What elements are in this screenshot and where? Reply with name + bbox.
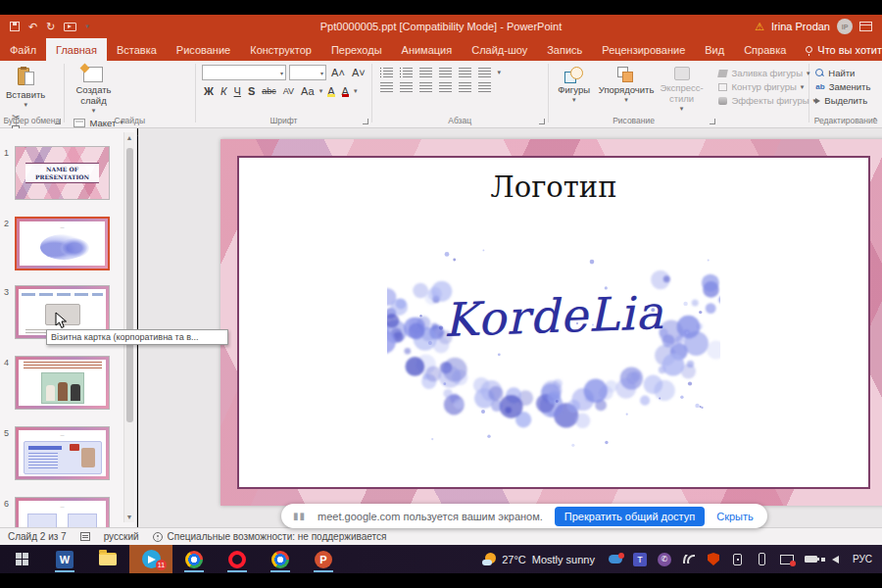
tab-design[interactable]: Конструктор — [240, 38, 321, 61]
stop-sharing-button[interactable]: Прекратить общий доступ — [555, 507, 705, 526]
replace-button[interactable]: abЗаменить — [815, 81, 870, 92]
new-slide-button[interactable]: Создать слайд▾ — [70, 65, 117, 115]
shape-fill-button[interactable]: Заливка фигуры▾ — [718, 68, 816, 78]
redo-icon[interactable]: ↻ — [46, 21, 55, 33]
grow-font-button[interactable]: А˄ — [329, 67, 347, 78]
thumbnail-slide-4[interactable] — [15, 356, 110, 410]
thumbnail-slide-5[interactable]: — — [15, 426, 110, 480]
character-spacing-button[interactable]: AV — [281, 86, 296, 96]
taskbar-explorer[interactable] — [86, 545, 129, 573]
input-language[interactable]: РУС — [853, 554, 872, 564]
underline-button[interactable]: Ч — [232, 85, 243, 97]
align-right-button[interactable] — [419, 82, 432, 92]
strikethrough-button[interactable]: abc — [260, 86, 278, 96]
thumbnail-slide-6[interactable]: — — [15, 497, 110, 527]
decrease-indent-button[interactable] — [419, 68, 432, 77]
font-size-combo[interactable]: ▾ — [289, 65, 326, 80]
start-button[interactable] — [0, 545, 43, 573]
panel-scrollbar[interactable]: ▲ ▼ — [123, 132, 134, 522]
tray-security[interactable] — [706, 552, 721, 567]
align-center-button[interactable] — [400, 82, 413, 92]
tray-watch[interactable] — [730, 552, 746, 567]
bold-button[interactable]: Ж — [202, 85, 216, 97]
notes-icon[interactable] — [80, 532, 90, 541]
tray-battery[interactable] — [804, 552, 819, 567]
taskbar-chrome-2[interactable] — [259, 545, 302, 573]
font-name-combo[interactable]: ▾ — [202, 65, 286, 80]
smartart-convert-button[interactable] — [478, 82, 491, 92]
taskbar-telegram[interactable]: 11 — [129, 545, 172, 573]
slide-title[interactable]: Логотип — [239, 171, 868, 204]
tray-cloud-app[interactable] — [608, 552, 623, 567]
drawing-dialog-launcher[interactable] — [710, 119, 715, 124]
collapse-ribbon-icon[interactable]: ⌃ — [871, 117, 878, 125]
hide-share-bar-link[interactable]: Скрыть — [716, 511, 754, 522]
panel-scrollbar-thumb[interactable] — [126, 148, 133, 422]
highlight-color-button[interactable]: А — [325, 85, 336, 97]
avatar[interactable]: IP — [837, 19, 853, 34]
font-dialog-launcher[interactable] — [363, 119, 368, 124]
tray-volume[interactable] — [828, 552, 844, 567]
slide-content-area[interactable]: Логотип KordeLia — [237, 156, 870, 489]
numbering-button[interactable] — [400, 68, 413, 77]
taskbar-opera[interactable] — [216, 545, 259, 573]
tab-home[interactable]: Главная — [46, 38, 107, 61]
arrange-button[interactable]: Упорядочить▾ — [598, 65, 655, 104]
weather-widget[interactable]: 27°C Mostly sunny — [482, 553, 595, 566]
increase-indent-button[interactable] — [439, 68, 452, 77]
find-button[interactable]: Найти — [815, 68, 870, 78]
italic-button[interactable]: К — [219, 85, 228, 97]
scroll-down-icon[interactable]: ▼ — [124, 514, 134, 520]
taskbar-powerpoint[interactable]: P — [302, 545, 345, 573]
tray-screenshare[interactable] — [779, 552, 795, 567]
thumbnail-slide-1[interactable]: NAME OF PRESENTATION — [15, 146, 110, 200]
tray-network[interactable] — [681, 552, 697, 567]
paragraph-more-icon[interactable]: ▾ — [498, 69, 502, 76]
tab-file[interactable]: Файл — [0, 38, 46, 61]
font-color-button[interactable]: А — [340, 85, 351, 97]
tab-slideshow[interactable]: Слайд-шоу — [462, 38, 537, 61]
tab-transitions[interactable]: Переходы — [321, 38, 392, 61]
paste-button[interactable]: Вставить▾ — [6, 65, 45, 109]
tab-help[interactable]: Справка — [734, 38, 796, 61]
taskbar-chrome-1[interactable] — [172, 545, 216, 573]
bullets-button[interactable] — [380, 68, 393, 77]
paragraph-dialog-launcher[interactable] — [539, 119, 545, 124]
tray-viber[interactable]: ✆ — [657, 552, 672, 567]
language-indicator[interactable]: русский — [104, 531, 139, 542]
accessibility-status[interactable]: Специальные возможности: не поддерживает… — [168, 531, 387, 542]
clipboard-dialog-launcher[interactable] — [55, 119, 61, 124]
tab-review[interactable]: Рецензирование — [592, 38, 695, 61]
customize-qat-icon[interactable]: ▾ — [85, 23, 89, 30]
logo-image[interactable]: KordeLia — [387, 242, 720, 469]
undo-icon[interactable]: ↶ — [28, 21, 37, 33]
quick-styles-button[interactable]: Экспресс-стили▾ — [660, 65, 705, 113]
text-shadow-button[interactable]: S — [246, 85, 257, 97]
taskbar-word[interactable]: W — [43, 545, 86, 573]
columns-button[interactable] — [459, 82, 471, 92]
tab-animations[interactable]: Анимация — [392, 38, 463, 61]
select-button[interactable]: Выделить — [815, 95, 870, 106]
shape-effects-button[interactable]: Эффекты фигуры▾ — [718, 95, 816, 106]
tray-teams[interactable]: T — [632, 552, 648, 567]
text-direction-button[interactable] — [478, 68, 491, 77]
justify-button[interactable] — [439, 82, 452, 92]
save-icon[interactable] — [10, 22, 20, 31]
slide-editing-area[interactable]: Логотип KordeLia — [138, 128, 882, 527]
ribbon-display-options-icon[interactable] — [859, 22, 872, 31]
tab-insert[interactable]: Вставка — [107, 38, 167, 61]
line-spacing-button[interactable] — [459, 68, 471, 77]
tab-draw[interactable]: Рисование — [167, 38, 240, 61]
tray-phone[interactable] — [755, 552, 770, 567]
tab-record[interactable]: Запись — [537, 38, 592, 61]
align-left-button[interactable] — [380, 82, 393, 92]
slide[interactable]: Логотип KordeLia — [220, 139, 882, 506]
thumbnail-slide-2-selected[interactable]: — — [15, 217, 110, 270]
user-name[interactable]: Irina Prodan — [771, 21, 830, 32]
shapes-button[interactable]: Фигуры▾ — [555, 65, 594, 104]
change-case-button[interactable]: Аа — [299, 85, 317, 97]
shape-outline-button[interactable]: Контур фигуры▾ — [718, 81, 816, 92]
tell-me-search[interactable]: Что вы хотите сделать? — [796, 38, 882, 61]
shrink-font-button[interactable]: А˅ — [350, 67, 368, 78]
scroll-up-icon[interactable]: ▲ — [124, 134, 134, 141]
